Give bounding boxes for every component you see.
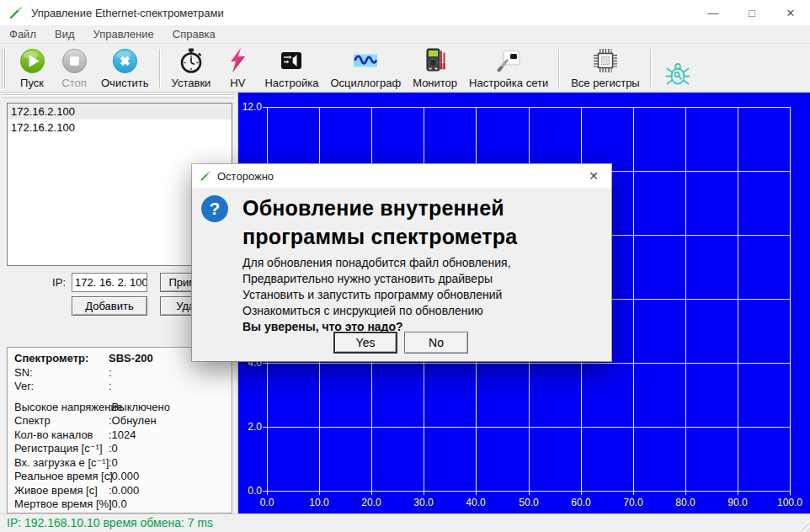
y-tick-label: 2.0 — [248, 421, 262, 433]
settings-icon — [276, 46, 306, 76]
info-row: Кол-во каналов :1024 — [14, 428, 225, 443]
multimeter-icon — [420, 46, 450, 76]
dialog-title-bar[interactable]: Осторожно ✕ — [192, 164, 611, 188]
oscilloscope-button[interactable]: Осциллограф — [324, 45, 407, 92]
panel-grip[interactable] — [2, 94, 234, 101]
chip-icon — [590, 46, 621, 76]
window-title: Управление Ethernet-спектрометрами — [31, 7, 224, 19]
info-row: Спектр :Обнулен — [14, 414, 225, 428]
dialog-line: Предварительно нужно установить драйверы — [242, 271, 596, 287]
ip-input[interactable] — [72, 273, 147, 292]
toolbar: Пуск Стоп Очистить — [0, 44, 810, 93]
debug-button[interactable] — [657, 45, 699, 92]
gridline-horizontal — [267, 427, 790, 428]
y-tick-label: 12.0 — [242, 101, 262, 113]
menu-item-view[interactable]: Вид — [45, 28, 84, 40]
x-tick-label: 100.0 — [777, 497, 802, 508]
menu-item-help[interactable]: Справка — [163, 28, 225, 40]
gridline-horizontal — [267, 363, 790, 364]
gridline-vertical — [790, 107, 791, 491]
x-tick-label: 20.0 — [361, 497, 381, 508]
toolbar-separator — [650, 49, 653, 88]
yes-button[interactable]: Yes — [333, 332, 397, 354]
toolbar-button-label: Все регистры — [571, 77, 640, 89]
toolbar-button-label: Монитор — [413, 77, 457, 89]
clear-icon — [109, 46, 140, 76]
toolbar-button-label: Стоп — [61, 77, 86, 89]
app-icon — [200, 170, 211, 182]
dialog-body: Для обновления понадобится файл обновлен… — [242, 255, 596, 335]
monitor-button[interactable]: Монитор — [407, 45, 463, 92]
menu-item-control[interactable]: Управление — [84, 28, 163, 40]
all-registers-button[interactable]: Все регистры — [565, 45, 646, 92]
ip-list-item[interactable]: 172.16.2.100 — [8, 104, 232, 120]
toolbar-button-label: Пуск — [20, 77, 44, 89]
info-row: Регистрация [с⁻¹] :0 — [14, 442, 225, 456]
resize-grip[interactable] — [797, 519, 809, 531]
window-controls: — □ ✕ — [694, 0, 810, 25]
dialog-heading: Обновление внутренней программы спектром… — [242, 194, 537, 251]
info-row: Высокое напряжение :Выключено — [14, 401, 225, 415]
settings-button[interactable]: Настройка — [258, 45, 324, 92]
stop-button[interactable]: Стоп — [53, 45, 95, 92]
dialog-line: Установить и запустить программу обновле… — [242, 287, 596, 303]
network-settings-button[interactable]: Настройка сети — [463, 45, 554, 92]
y-tick-mark — [263, 107, 267, 108]
toolbar-button-label: Уставки — [172, 77, 211, 89]
toolbar-button-label: HV — [230, 77, 245, 89]
question-icon: ? — [201, 195, 228, 222]
stop-icon — [59, 46, 89, 76]
maximize-button[interactable]: □ — [733, 0, 771, 25]
no-button[interactable]: No — [404, 332, 468, 354]
toolbar-grip[interactable] — [2, 49, 8, 88]
x-tick-label: 90.0 — [727, 497, 747, 508]
add-button[interactable]: Добавить — [72, 296, 147, 316]
toolbar-button-label: Очистить — [101, 77, 149, 89]
x-tick-mark — [790, 491, 791, 495]
info-row: Вх. загрузка е [с⁻¹] :0 — [14, 456, 225, 471]
x-tick-label: 30.0 — [413, 497, 433, 508]
dialog-line: Для обновления понадобится файл обновлен… — [242, 255, 596, 271]
toolbar-separator — [558, 49, 561, 88]
hv-button[interactable]: HV — [216, 45, 258, 92]
gridline-horizontal — [267, 491, 790, 492]
ip-label: IP: — [37, 276, 66, 289]
start-button[interactable]: Пуск — [11, 45, 53, 92]
y-tick-mark — [263, 363, 267, 364]
y-tick-mark — [263, 427, 267, 428]
minimize-button[interactable]: — — [694, 0, 733, 25]
app-icon — [8, 5, 24, 20]
close-button[interactable]: ✕ — [771, 0, 810, 25]
x-tick-label: 60.0 — [571, 497, 590, 508]
y-tick-label: 0.0 — [248, 485, 262, 497]
status-bar: IP: 192.168.10.10 время обмена: 7 ms — [0, 513, 810, 532]
toolbar-button-label: Настройка сети — [469, 77, 548, 89]
network-icon — [493, 46, 524, 76]
stopwatch-icon — [176, 46, 206, 76]
x-tick-label: 0.0 — [260, 497, 274, 508]
clear-button[interactable]: Очистить — [95, 45, 155, 92]
menu-bar: Файл Вид Управление Справка — [0, 25, 810, 44]
dialog-close-button[interactable]: ✕ — [576, 164, 611, 188]
spectrometer-info-panel: Спектрометр: SBS-200 SN: : Ver: : Высоко… — [7, 347, 232, 513]
setpoints-button[interactable]: Уставки — [166, 45, 217, 92]
toolbar-button-label: Настройка — [264, 77, 318, 89]
warning-dialog: Осторожно ✕ ? Обновление внутренней прог… — [192, 164, 611, 361]
status-text: IP: 192.168.10.10 время обмена: 7 ms — [7, 514, 213, 532]
info-spacer — [14, 394, 225, 401]
x-tick-label: 10.0 — [309, 497, 328, 508]
toolbar-button-label: Осциллограф — [330, 77, 401, 89]
menu-item-file[interactable]: Файл — [0, 28, 45, 40]
x-tick-label: 50.0 — [519, 497, 538, 508]
play-icon — [17, 46, 47, 76]
dialog-line: Ознакомиться с инсрукцией по обновлению — [242, 303, 596, 319]
info-row: SN: : — [14, 366, 225, 380]
gridline-horizontal — [267, 107, 790, 108]
ip-list-item[interactable]: 172.16.2.100 — [8, 120, 232, 136]
debug-bug-icon — [663, 60, 693, 89]
title-bar[interactable]: Управление Ethernet-спектрометрами — □ ✕ — [0, 0, 810, 25]
x-tick-label: 80.0 — [675, 497, 695, 508]
lightning-icon — [222, 46, 253, 76]
x-tick-label: 70.0 — [623, 497, 642, 508]
dialog-title: Осторожно — [217, 170, 274, 183]
